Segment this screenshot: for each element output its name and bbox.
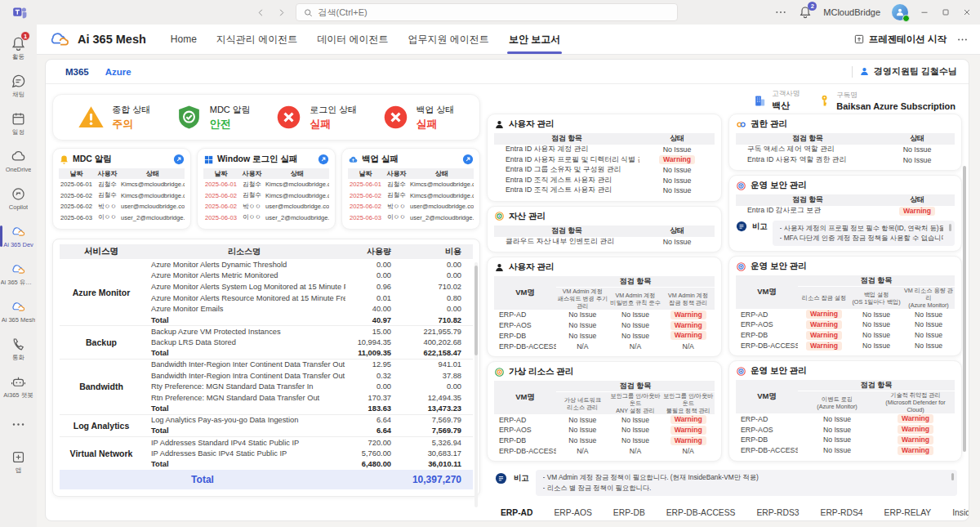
vm-tab-erp-ad[interactable]: ERP-AD bbox=[490, 503, 543, 521]
usage-value: 15.00 bbox=[345, 326, 404, 337]
table-row: ERP-ADNo IssueNo IssueWarning bbox=[494, 414, 715, 425]
forward-icon[interactable] bbox=[277, 8, 286, 17]
rail-item-ai365-chatbot[interactable]: Ai365 챗봇 bbox=[0, 368, 37, 405]
app-more-icon[interactable] bbox=[956, 33, 969, 46]
vm-tab-erp-db-access[interactable]: ERP-DB-ACCESS bbox=[656, 503, 746, 521]
warning-badge: Warning bbox=[898, 425, 933, 434]
panel-title: 자산 관리 bbox=[494, 211, 715, 222]
panel-vm-ops-security-2: 운영 보안 관리VM명점검 항목이벤트 로깅 (Azure Monitor)기술… bbox=[728, 360, 962, 461]
open-detail-button[interactable] bbox=[318, 154, 329, 165]
check-status: No Issue bbox=[639, 145, 715, 155]
billing-scrollbar[interactable] bbox=[474, 262, 478, 507]
cost-value: 30,683.17 bbox=[404, 448, 473, 459]
vm-tab-erp-relay[interactable]: ERP-RELAY bbox=[874, 503, 942, 521]
virtual-resource-icon bbox=[494, 367, 505, 377]
rail-item-activity[interactable]: 활동1 bbox=[0, 29, 37, 67]
cell-date: 2025-06-03 bbox=[348, 212, 383, 224]
vm-name: ERP-AD bbox=[736, 413, 798, 424]
check-status: No Issue bbox=[798, 424, 876, 435]
app-tab-data-agent[interactable]: 데이터 에이전트 bbox=[307, 25, 398, 54]
rail-item-chat[interactable]: 채팅 bbox=[0, 67, 37, 105]
check-status: No Issue bbox=[639, 176, 715, 186]
workspace-tab-m365[interactable]: M365 bbox=[57, 67, 97, 77]
rail-item-ai365-mesh[interactable]: Ai 365 Mesh bbox=[0, 293, 37, 330]
vm-tab-erp-db[interactable]: ERP-DB bbox=[603, 503, 656, 521]
table-row: 2025-06-02김철수Kimcs@mcloudbridge.com bbox=[203, 190, 329, 202]
present-icon bbox=[853, 33, 865, 45]
rail-item-label: 채팅 bbox=[12, 91, 24, 99]
usage-value: 12.95 bbox=[345, 359, 404, 370]
cell-date: 2025-06-03 bbox=[59, 212, 94, 224]
status-text: 백업 상태실패 bbox=[416, 104, 455, 132]
check-table: 점검 항목상태구독 액세스 제어 역할 관리No IssueEntra ID 사… bbox=[736, 133, 955, 165]
table-row: 2025-06-01김철수Kimcs@mcloudbridge.com bbox=[348, 179, 474, 190]
page-scrollbar[interactable] bbox=[963, 154, 966, 521]
titlebar-more-icon[interactable] bbox=[774, 6, 787, 19]
table-row: 구독 액세스 제어 역할 관리No Issue bbox=[736, 145, 955, 155]
vm-check-table: VM명점검 항목가상 네트워크 리소스 관리보안그룹 인/아웃바운드 ANY 설… bbox=[494, 381, 715, 456]
search-input[interactable] bbox=[318, 7, 670, 17]
subscription-info: 구독명Baiksan Azure Subscription bbox=[817, 91, 956, 111]
remark-scrollbar[interactable] bbox=[949, 224, 951, 231]
rail-item-copilot[interactable]: Copilot bbox=[0, 180, 37, 217]
total-cell: 183.63 bbox=[345, 404, 404, 415]
remark-line: - 리소스 별 잠금 정책이 필요합니다. bbox=[543, 483, 946, 494]
rail-item-ai365-maint[interactable]: Ai 365 유지... bbox=[0, 255, 37, 293]
status-item-warning: 종합 상태주의 bbox=[78, 104, 150, 132]
total-cell: 7,569.79 bbox=[404, 426, 473, 437]
usage-value: 720.00 bbox=[345, 437, 404, 449]
person-icon bbox=[859, 66, 870, 77]
check-status: N/A bbox=[662, 341, 715, 351]
vm-tab-erp-aos[interactable]: ERP-AOS bbox=[543, 503, 602, 521]
grand-total-cell: Total bbox=[60, 470, 345, 489]
table-row: ERP-DBNo IssueNo IssueWarning bbox=[494, 435, 715, 446]
check-status: No Issue bbox=[609, 331, 662, 342]
status-value: 실패 bbox=[416, 117, 455, 132]
workspace-tab-azure[interactable]: Azure bbox=[97, 67, 140, 77]
app-cloud-icon bbox=[11, 261, 26, 277]
rail-item-calendar[interactable]: 일정 bbox=[0, 105, 37, 142]
warning-badge: Warning bbox=[670, 436, 706, 445]
app-tab-security-report[interactable]: 보안 보고서 bbox=[499, 25, 570, 54]
rail-item-ai365-dev[interactable]: Ai 365 Dev bbox=[0, 217, 37, 255]
vm-name: ERP-DB bbox=[736, 330, 798, 341]
column-header: 날짜 bbox=[59, 168, 94, 179]
usage-value: 5,760.00 bbox=[345, 448, 404, 459]
open-detail-button[interactable] bbox=[173, 154, 185, 165]
rail-item-onedrive[interactable]: OneDrive bbox=[0, 142, 37, 180]
check-status: No Issue bbox=[902, 330, 955, 341]
service-name: Bandwidth bbox=[60, 359, 143, 414]
vm-name: ERP-AOS bbox=[494, 425, 556, 435]
service-name: Azure Monitor bbox=[60, 259, 143, 326]
open-detail-button[interactable] bbox=[462, 154, 474, 165]
remark-scrollbar[interactable] bbox=[951, 473, 954, 480]
close-button[interactable] bbox=[962, 7, 972, 17]
cell-date: 2025-06-02 bbox=[203, 201, 238, 212]
maximize-button[interactable] bbox=[941, 7, 951, 17]
sub-column-header: VM 리소스 용량 관리 (Azure Monitor) bbox=[902, 287, 955, 310]
minimize-button[interactable] bbox=[920, 7, 929, 17]
start-presentation-button[interactable]: 프레젠테이션 시작 bbox=[853, 33, 947, 46]
resource-name: IP Addresses Standard IPv4 Static Public… bbox=[143, 437, 345, 449]
app-tab-knowledge-agent[interactable]: 지식관리 에이전트 bbox=[207, 25, 307, 54]
rail-item-more[interactable] bbox=[0, 405, 37, 443]
app-tab-work-agent[interactable]: 업무지원 에이전트 bbox=[399, 25, 499, 54]
vm-tab-erp-rds3[interactable]: ERP-RDS3 bbox=[746, 503, 809, 521]
check-status: N/A bbox=[662, 446, 715, 457]
search-box[interactable] bbox=[296, 3, 678, 21]
table-row: Entra ID 조직 게스트 사용자 관리No Issue bbox=[494, 176, 715, 186]
cost-value: 5,326.94 bbox=[404, 437, 473, 449]
vm-tab-erp-rds4[interactable]: ERP-RDS4 bbox=[810, 503, 874, 521]
usage-value: 0.96 bbox=[345, 281, 404, 293]
back-icon[interactable] bbox=[256, 8, 265, 17]
remark-text-box: - 사용자 계정의 프로필 정보 필수 항목(ID, 연락처 등)을 기입하는 … bbox=[773, 221, 955, 247]
app-tab-home[interactable]: Home bbox=[161, 25, 207, 54]
table-row: ERP-DB-ACCESSNo IssueWarning bbox=[736, 445, 955, 456]
rail-item-apps[interactable]: 앱 bbox=[0, 443, 37, 480]
rail-item-calls[interactable]: 통화 bbox=[0, 330, 37, 368]
notification-bell-icon[interactable]: 2 bbox=[799, 6, 812, 19]
resource-name: Bandwidth Inter-Region Inter Continent D… bbox=[143, 359, 345, 370]
check-status: No Issue bbox=[798, 413, 876, 424]
table-row: 2025-06-02박ㅇㅇuser@mcloudbridge.com bbox=[348, 201, 474, 212]
avatar[interactable] bbox=[892, 4, 908, 20]
